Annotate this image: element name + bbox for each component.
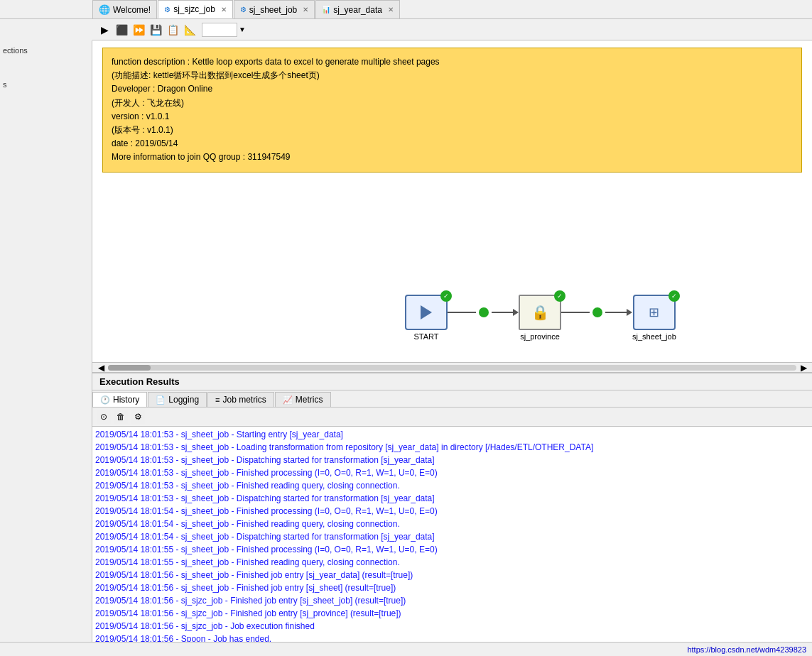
connector-1 [448,307,519,317]
job-metrics-icon: ≡ [215,395,220,404]
start-check-icon: ✓ [440,290,452,302]
stop-button[interactable]: ⬛ [114,22,129,38]
tab-sj-sheet-job[interactable]: ⚙ sj_sheet_job ✕ [234,0,315,18]
tab-welcome-label: Welcome! [113,5,151,15]
editor-area: function description : Kettle loop expor… [92,40,812,642]
desc-line7: date : 2019/05/14 [112,137,793,151]
sheet-check-icon: ✓ [668,290,680,302]
tab-sj-year-data-close[interactable]: ✕ [388,6,394,13]
log-entry[interactable]: 2019/05/14 18:01:56 - sj_sjzc_job - Job … [95,620,809,633]
history-tab-label: History [113,395,139,405]
desc-line3: Developer : Dragon Online [112,82,793,96]
province-check-icon: ✓ [554,290,565,302]
log-entry[interactable]: 2019/05/14 18:01:56 - sj_sheet_job - Fin… [95,569,809,581]
log-entry[interactable]: 2019/05/14 18:01:53 - sj_sheet_job - Dis… [95,454,809,466]
history-icon: 🕐 [100,395,110,405]
province-label: sj_province [520,332,560,341]
scroll-left[interactable]: ◀ [94,363,108,373]
save-button[interactable]: 💾 [148,22,163,38]
log-entry[interactable]: 2019/05/14 18:01:53 - sj_sheet_job - Fin… [95,479,809,492]
log-entry[interactable]: 2019/05/14 18:01:53 - sj_sheet_job - Dis… [95,492,809,505]
sub-tab-logging[interactable]: 📄 Logging [148,392,207,407]
log-entry[interactable]: 2019/05/14 18:01:55 - sj_sheet_job - Fin… [95,543,809,556]
log-entry[interactable]: 2019/05/14 18:01:53 - sj_sheet_job - Fin… [95,466,809,479]
globe-icon: 🌐 [99,4,110,15]
sidebar-connections-label: ections [3,46,89,55]
job-icon-2: ⚙ [240,6,247,13]
tab-sj-sheet-job-label: sj_sheet_job [249,5,297,15]
start-play-icon [421,305,432,319]
desc-line2: (功能描述: kettle循环导出数据到excel生成多个sheet页) [112,69,793,82]
tab-sj-year-data[interactable]: 📊 sj_year_data ✕ [315,0,400,18]
h-scrollbar[interactable]: ◀ ▶ [92,362,812,372]
job-metrics-tab-label: Job metrics [222,395,266,405]
sub-tab-metrics[interactable]: 📈 Metrics [275,392,331,407]
logging-icon: 📄 [156,395,166,405]
data-icon: 📊 [322,6,330,13]
metrics-tab-label: Metrics [296,395,323,405]
log-entry[interactable]: 2019/05/14 18:01:53 - sj_sheet_job - Loa… [95,441,809,454]
exec-results-title: Execution Results [92,373,812,390]
grid-icon: ⊞ [649,305,659,320]
sub-tab-job-metrics[interactable]: ≡ Job metrics [207,392,274,407]
canvas-area: ✓ START 🔒 ✓ [92,180,812,363]
log-clear-button[interactable]: 🗑 [114,410,128,424]
log-entry[interactable]: 2019/05/14 18:01:54 - sj_sheet_job - Fin… [95,505,809,518]
desc-line8: More information to join QQ group : 3119… [112,151,793,164]
tab-sj-year-data-label: sj_year_data [333,5,382,15]
log-toolbar: ⊙ 🗑 ⚙ [92,408,812,427]
status-url: https://blog.csdn.net/wdm4239823 [687,645,806,654]
zoom-input[interactable]: 100% [202,23,237,37]
desc-line1: function description : Kettle loop expor… [112,55,793,69]
log-entry[interactable]: 2019/05/14 18:01:56 - Spoon - Job has en… [95,633,809,642]
job-icon-1: ⚙ [164,6,170,13]
log-entry[interactable]: 2019/05/14 18:01:56 - sj_sheet_job - Fin… [95,581,809,594]
sub-tabs: 🕐 History 📄 Logging ≡ Job metrics 📈 Metr… [92,390,812,408]
log-entry[interactable]: 2019/05/14 18:01:54 - sj_sheet_job - Dis… [95,530,809,543]
start-label: START [413,332,438,341]
metrics-icon: 📈 [283,395,293,405]
log-run-button[interactable]: ⊙ [97,410,111,424]
scroll-thumb[interactable] [108,365,151,371]
sidebar-steps-label: s [3,80,89,89]
sheet-job-label: sj_sheet_job [632,332,676,341]
desc-line4: (开发人 : 飞龙在线) [112,97,793,110]
log-entry[interactable]: 2019/05/14 18:01:55 - sj_sheet_job - Fin… [95,556,809,569]
log-entry[interactable]: 2019/05/14 18:01:53 - sj_sheet_job - Sta… [95,428,809,441]
desc-line6: (版本号 : v1.0.1) [112,124,793,137]
tab-sj-sheet-job-close[interactable]: ✕ [303,6,308,13]
description-box: function description : Kettle loop expor… [102,48,802,173]
tab-sj-sjzc-job[interactable]: ⚙ sj_sjzc_job ✕ [158,0,233,18]
logging-tab-label: Logging [168,395,199,405]
copy-button[interactable]: 📋 [165,22,180,38]
tab-sj-sjzc-job-label: sj_sjzc_job [173,4,215,14]
connector-2 [561,307,632,317]
node-sj-sheet-job[interactable]: ⊞ ✓ sj_sheet_job [632,295,676,341]
scroll-right[interactable]: ▶ [796,363,811,373]
log-settings-button[interactable]: ⚙ [131,410,145,424]
pause-button[interactable]: ⏩ [131,22,146,38]
execution-results: Execution Results 🕐 History 📄 Logging ≡ … [92,372,812,642]
play-button[interactable]: ▶ [97,22,112,38]
desc-line5: version : v1.0.1 [112,110,793,124]
zoom-control: 100% ▼ [202,23,246,37]
log-entry[interactable]: 2019/05/14 18:01:56 - sj_sjzc_job - Fini… [95,594,809,607]
status-bar: https://blog.csdn.net/wdm4239823 [0,642,812,656]
log-entry[interactable]: 2019/05/14 18:01:56 - sj_sjzc_job - Fini… [95,607,809,620]
zoom-dropdown-arrow[interactable]: ▼ [239,26,246,33]
log-content[interactable]: 2019/05/14 18:01:53 - sj_sheet_job - Sta… [92,427,812,642]
tab-sj-sjzc-job-close[interactable]: ✕ [221,6,227,13]
log-entry[interactable]: 2019/05/14 18:01:54 - sj_sheet_job - Fin… [95,518,809,530]
lock-icon: 🔒 [531,304,549,321]
scroll-track[interactable] [108,365,796,371]
sidebar: ections s [0,40,92,642]
node-sj-province[interactable]: 🔒 ✓ sj_province [519,295,561,341]
sub-tab-history[interactable]: 🕐 History [92,392,147,407]
settings-button[interactable]: 📐 [182,22,197,38]
tab-welcome[interactable]: 🌐 Welcome! [92,0,157,18]
node-start[interactable]: ✓ START [405,295,448,341]
